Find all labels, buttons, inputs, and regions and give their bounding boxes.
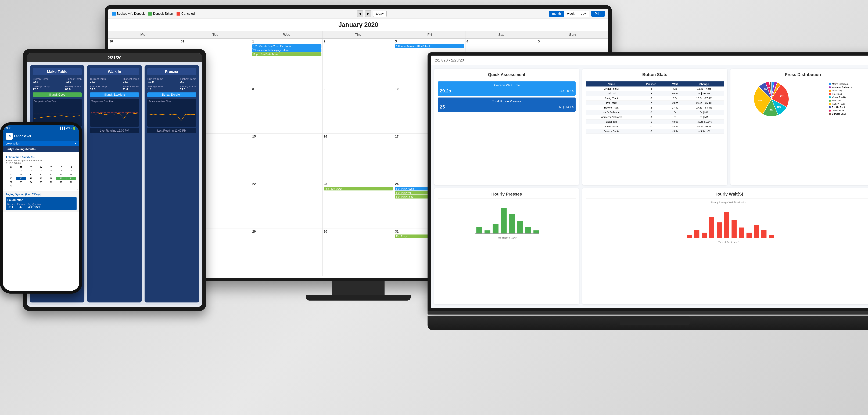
- cal-day[interactable]: 4: [36, 169, 46, 172]
- cal-day[interactable]: 14: [66, 173, 76, 176]
- pie-label: 8%: [764, 88, 767, 91]
- battery-value: 63.0: [180, 88, 196, 91]
- cell-change: 38.3s | 100%: [684, 124, 724, 129]
- cal-day[interactable]: 13: [56, 173, 66, 176]
- calendar-title: January 2020: [108, 19, 608, 31]
- pie-legend-label: Family Track: [832, 102, 845, 105]
- cell-wait: 43.3s: [665, 129, 684, 134]
- pie-legend-dot: [829, 96, 831, 98]
- cal-cell-jan9[interactable]: 9: [323, 86, 394, 134]
- phone-booking-card[interactable]: Lokomotion Family Fi... Brook Count Depo…: [4, 154, 78, 190]
- cal-cell-jan30[interactable]: 30: [323, 229, 394, 276]
- cal-day[interactable]: 29: [6, 184, 16, 188]
- battery-value: 91.0: [123, 88, 139, 91]
- calendar-week-view-btn[interactable]: week: [564, 11, 578, 17]
- laptop-trackpad[interactable]: [620, 316, 690, 325]
- cal-day[interactable]: 11: [36, 173, 46, 176]
- event-newyears[interactable]: 131x Guests New Years Eve Locki...: [252, 44, 321, 48]
- event-activities[interactable]: 2 Hours of Activities ginger show...: [252, 49, 321, 52]
- cal-day[interactable]: 12: [46, 173, 56, 176]
- laptop: 2/17/20 - 2/23/20 Quick Assessment Avera…: [428, 53, 868, 367]
- event-funparty-owen[interactable]: Fun Party Owen: [324, 187, 393, 190]
- calendar-next-btn[interactable]: ▶: [365, 10, 371, 17]
- phone-chevron-icon[interactable]: ▼: [74, 142, 76, 145]
- cal-cell-jan29[interactable]: 29: [251, 229, 323, 276]
- phone-paging-location: Lokomotion: [7, 198, 75, 202]
- cal-day[interactable]: 23: [16, 181, 26, 184]
- press-distribution-title: Press Distribution: [734, 72, 868, 79]
- cal-day[interactable]: 5: [46, 169, 56, 172]
- hourly-presses-svg: [438, 201, 576, 236]
- day-header-wed: Wed: [251, 31, 323, 38]
- hourly-presses-bar: [509, 214, 515, 233]
- cal-day[interactable]: 1: [6, 169, 16, 172]
- cal-day[interactable]: 18: [36, 177, 46, 180]
- stat-label: Avg. Question: [28, 203, 41, 205]
- date-num: 29: [252, 230, 321, 233]
- stats-table-row: Family Track 8 32s 10.3s | -67.8%: [586, 96, 724, 101]
- monitor-base: [306, 295, 411, 300]
- date-num: 8: [252, 87, 321, 91]
- cal-day[interactable]: 28: [66, 181, 76, 184]
- freezer-card: Freezer Current Temp -10.0 Highest Temp …: [145, 65, 199, 302]
- cal-day[interactable]: 22: [6, 181, 16, 184]
- pie-legend-label: Laser Tag: [832, 89, 842, 92]
- phone-signal: ▐▐▐ WiFi 🔋: [59, 127, 76, 130]
- cell-change: 0s | N/A: [684, 115, 724, 120]
- stats-table-row: Men's Bathroom 0 0s 0s | N/A: [586, 110, 724, 115]
- avg-wait-value: 29.2s: [440, 88, 451, 94]
- cal-day[interactable]: 15: [6, 177, 16, 180]
- avg-temp-label: Average Temp: [33, 85, 50, 88]
- calendar-top-bar: Booked w/u Deposit Deposit Taken Cancele…: [108, 9, 608, 19]
- cal-day[interactable]: 6: [56, 169, 66, 172]
- cal-day-selected[interactable]: 16: [16, 177, 26, 180]
- chart-title: Temperature Over Time: [34, 100, 80, 102]
- cal-day[interactable]: 10: [26, 173, 36, 176]
- cal-day-event[interactable]: 20: [56, 177, 66, 180]
- cal-cell-jan1[interactable]: 1 131x Guests New Years Eve Locki... 2 H…: [251, 39, 323, 86]
- cal-day[interactable]: 9: [16, 173, 26, 176]
- cell-change: 0s | N/A: [684, 110, 724, 115]
- cal-cell-jan16[interactable]: 16: [323, 134, 394, 181]
- walkin-chart: Temperature Over Time: [90, 99, 139, 127]
- current-temp-value: -10.0: [147, 81, 163, 84]
- cal-day[interactable]: 2: [16, 169, 26, 172]
- cal-cell-jan15[interactable]: 15: [251, 134, 323, 181]
- hourly-waits-title: Hourly Wait(S): [586, 192, 868, 198]
- cell-presses: 0: [637, 124, 665, 129]
- phone-outer: 9:41 ▐▐▐ WiFi 🔋 LS LaborSaver ⋮ Lokomoti…: [0, 122, 82, 293]
- highest-temp-label: Highest Temp: [123, 77, 139, 81]
- cal-cell-jan23[interactable]: 23 Fun Party Owen: [323, 181, 394, 229]
- laborsaver-logo: LS: [6, 133, 12, 139]
- calendar-prev-btn[interactable]: ◀: [357, 10, 363, 17]
- tablet-date: 2/21/20: [107, 55, 122, 60]
- calendar-day-view-btn[interactable]: day: [578, 11, 589, 17]
- quick-assessment-title: Quick Assessment: [438, 72, 576, 79]
- calendar-month-view-btn[interactable]: month: [549, 11, 564, 17]
- calendar-print-btn[interactable]: Print: [591, 11, 605, 17]
- cal-day[interactable]: 8: [6, 173, 16, 176]
- avg-wait-row: 29.2s -2.6s | -8.2%: [440, 88, 574, 94]
- cal-day[interactable]: 27: [56, 181, 66, 184]
- cal-header: S: [66, 165, 76, 169]
- event-trivia[interactable]: Super Fun Party Trivia: [252, 53, 321, 56]
- cal-day[interactable]: 26: [46, 181, 56, 184]
- cal-cell-jan2[interactable]: 2: [323, 39, 394, 86]
- event-hills[interactable]: 1 Hour of Activities Hills School: [395, 44, 464, 48]
- phone-app-name: LaborSaver: [14, 134, 31, 138]
- cal-day[interactable]: 3: [26, 169, 36, 172]
- cal-cell-jan8[interactable]: 8: [251, 86, 323, 134]
- phone-menu-icon[interactable]: ⋮: [74, 134, 76, 138]
- cal-day[interactable]: 19: [46, 177, 56, 180]
- cal-cell-jan22[interactable]: 22: [251, 181, 323, 229]
- cal-day[interactable]: 7: [66, 169, 76, 172]
- legend-booked-color: [112, 12, 116, 15]
- hourly-waits-axis: Time of Day (Hourly): [586, 241, 868, 244]
- cell-change: 27.3s | -63.3%: [684, 105, 724, 110]
- cal-day[interactable]: 25: [36, 181, 46, 184]
- cal-day-event[interactable]: 21: [66, 177, 76, 180]
- calendar-today-btn[interactable]: today: [373, 11, 386, 17]
- stats-table-row: Pro Track 7 20.2s 23.6s | -65.8%: [586, 101, 724, 105]
- cal-day[interactable]: 17: [26, 177, 36, 180]
- cal-day[interactable]: 24: [26, 181, 36, 184]
